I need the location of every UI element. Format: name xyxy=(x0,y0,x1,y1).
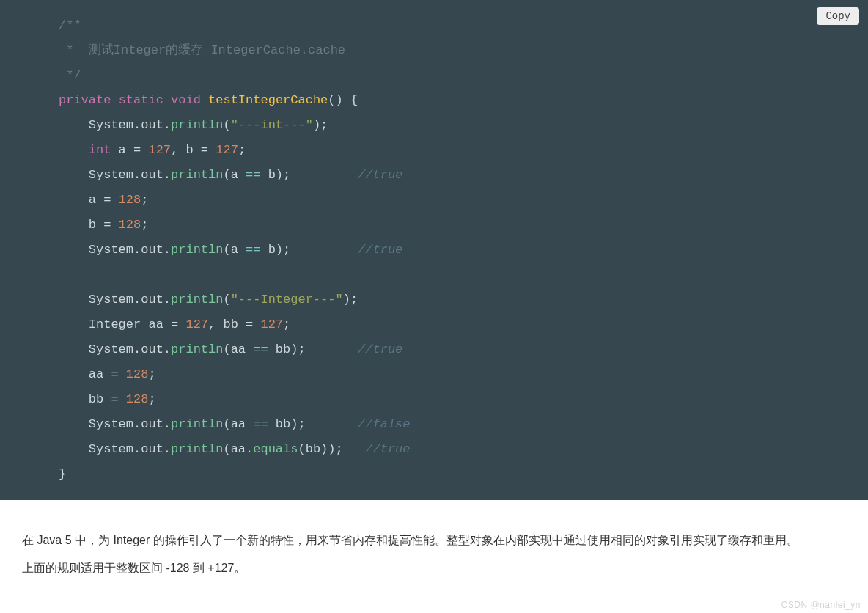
number: 128 xyxy=(126,392,149,406)
punc: (aa xyxy=(223,342,253,356)
punc: ); xyxy=(343,293,358,306)
doc-comment: * 测试Integer的缓存 IntegerCache.cache xyxy=(59,43,345,57)
punc: () { xyxy=(328,93,358,107)
punc: ; xyxy=(238,143,246,157)
function-name: testIntegerCache xyxy=(208,93,328,107)
punc: bb); xyxy=(268,342,306,356)
number: 128 xyxy=(119,218,141,232)
ident: Integer aa = xyxy=(89,317,186,331)
punc: (a xyxy=(223,168,246,182)
paragraph: 上面的规则适用于整数区间 -128 到 +127。 xyxy=(22,554,846,582)
call: println xyxy=(171,417,223,431)
code-line: } xyxy=(59,462,868,487)
ident: aa = xyxy=(89,367,126,381)
code-line: System.out.println(a == b); //true xyxy=(59,163,868,188)
code-line: * 测试Integer的缓存 IntegerCache.cache xyxy=(59,38,868,63)
code-line: b = 128; xyxy=(59,213,868,238)
call: println xyxy=(171,293,223,306)
comment: //true xyxy=(365,442,410,456)
code-line: System.out.println(aa == bb); //true xyxy=(59,337,868,362)
number: 127 xyxy=(185,317,208,331)
punc: b); xyxy=(260,243,290,257)
punc: ; xyxy=(148,367,155,381)
operator: == xyxy=(253,417,268,431)
ident: System.out. xyxy=(89,243,171,257)
call: println xyxy=(171,342,223,356)
punc: ; xyxy=(283,317,290,331)
code-line xyxy=(59,263,868,287)
number: 127 xyxy=(260,317,283,331)
call: println xyxy=(171,118,223,132)
ident: System.out. xyxy=(89,442,171,456)
punc: b); xyxy=(260,168,290,182)
code-line: Integer aa = 127, bb = 127; xyxy=(59,312,868,337)
comment: //false xyxy=(358,417,410,431)
code-line: System.out.println("---Integer---"); xyxy=(59,287,868,312)
punc: ); xyxy=(313,118,328,132)
code-line: /** xyxy=(59,13,868,38)
operator: == xyxy=(246,168,260,182)
ident: , b = xyxy=(171,143,216,157)
string: "---int---" xyxy=(231,118,313,132)
doc-comment: */ xyxy=(59,68,81,82)
number: 127 xyxy=(216,143,238,157)
pad xyxy=(290,243,358,257)
code-line: */ xyxy=(59,63,868,88)
code-line: System.out.println(a == b); //true xyxy=(59,238,868,263)
code-line: System.out.println(aa.equals(bb)); //tru… xyxy=(59,437,868,462)
punc: (aa. xyxy=(223,442,253,456)
string: "---Integer---" xyxy=(231,293,343,306)
punc: ; xyxy=(148,392,155,406)
call: equals xyxy=(253,442,298,456)
comment: //true xyxy=(358,342,402,356)
punc: (bb)); xyxy=(298,442,342,456)
ident: bb = xyxy=(89,392,126,406)
comment: //true xyxy=(358,243,402,257)
code-line: System.out.println("---int---"); xyxy=(59,113,868,138)
number: 128 xyxy=(126,367,149,381)
ident: System.out. xyxy=(89,342,171,356)
ident: b = xyxy=(89,218,119,232)
code-line: aa = 128; xyxy=(59,362,868,387)
ident: System.out. xyxy=(89,118,171,132)
keyword: int xyxy=(89,143,111,157)
paragraph: 在 Java 5 中，为 Integer 的操作引入了一个新的特性，用来节省内存… xyxy=(22,526,846,554)
keyword: void xyxy=(171,93,201,107)
comment: //true xyxy=(358,168,402,182)
punc: ; xyxy=(141,218,148,232)
copy-button[interactable]: Copy xyxy=(817,7,859,25)
ident: System.out. xyxy=(89,293,171,306)
number: 128 xyxy=(119,193,141,207)
code-line: bb = 128; xyxy=(59,387,868,412)
doc-comment: /** xyxy=(59,18,81,32)
pad xyxy=(306,342,358,356)
ident: System.out. xyxy=(89,168,171,182)
code-block: Copy /** * 测试Integer的缓存 IntegerCache.cac… xyxy=(0,0,868,500)
code-line: private static void testIntegerCache() { xyxy=(59,88,868,113)
ident: a = xyxy=(89,193,119,207)
ident: , bb = xyxy=(208,317,260,331)
article-text: 在 Java 5 中，为 Integer 的操作引入了一个新的特性，用来节省内存… xyxy=(0,500,868,583)
call: println xyxy=(171,243,223,257)
punc: ; xyxy=(141,193,148,207)
number: 127 xyxy=(148,143,171,157)
punc: (aa xyxy=(223,417,253,431)
operator: == xyxy=(246,243,260,257)
keyword: private xyxy=(59,93,111,107)
operator: == xyxy=(253,342,268,356)
call: println xyxy=(171,442,223,456)
ident: System.out. xyxy=(89,417,171,431)
ident: a = xyxy=(111,143,148,157)
punc: } xyxy=(59,467,66,481)
pad xyxy=(306,417,358,431)
code-line: int a = 127, b = 127; xyxy=(59,138,868,163)
keyword: static xyxy=(119,93,163,107)
call: println xyxy=(171,168,223,182)
pad xyxy=(290,168,358,182)
pad xyxy=(343,442,366,456)
punc: (a xyxy=(223,243,246,257)
code-line: System.out.println(aa == bb); //false xyxy=(59,412,868,437)
code-line: a = 128; xyxy=(59,188,868,213)
punc: bb); xyxy=(268,417,306,431)
